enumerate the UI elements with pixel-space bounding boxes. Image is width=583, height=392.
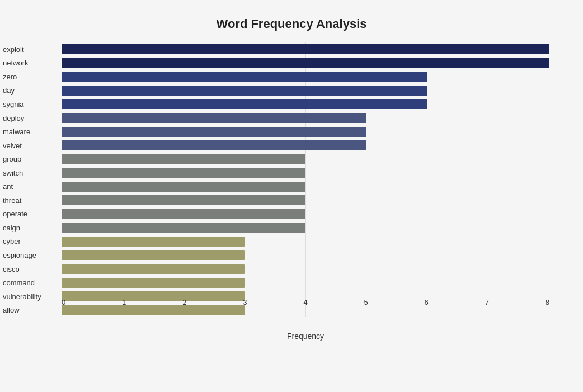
bar-row (62, 57, 549, 69)
x-tick: 1 (122, 298, 126, 306)
chart-container: Word Frequency Analysis exploitnetworkze… (0, 0, 583, 392)
x-tick: 5 (364, 298, 368, 306)
bar-row (62, 221, 549, 234)
x-tick: 0 (62, 298, 65, 306)
x-tick: 8 (546, 298, 549, 306)
bars-and-grid: 012345678 Frequency (62, 42, 549, 317)
bar-row (62, 235, 549, 248)
chart-title: Word Frequency Analysis (34, 17, 549, 31)
bar (62, 237, 245, 247)
bar (62, 140, 366, 150)
bar (62, 58, 549, 68)
x-tick: 3 (243, 298, 247, 306)
bar (62, 182, 305, 192)
bar (62, 154, 305, 164)
bar-row (62, 126, 549, 138)
bar-row (62, 139, 549, 152)
x-axis: 012345678 (62, 295, 549, 317)
x-tick: 6 (425, 298, 429, 306)
bar (62, 113, 366, 123)
bar-row (62, 181, 549, 193)
bar-row (62, 167, 549, 179)
bar (62, 195, 305, 205)
x-tick: 2 (182, 298, 186, 306)
bar (62, 223, 305, 233)
bar-row (62, 194, 549, 206)
bar (62, 127, 366, 137)
bar (62, 86, 427, 96)
bar (62, 72, 427, 82)
bar-row (62, 98, 549, 110)
bar (62, 278, 245, 288)
bar (62, 264, 245, 274)
bar (62, 250, 245, 260)
x-tick: 4 (303, 298, 307, 306)
bars-wrapper (62, 42, 549, 317)
bar-row (62, 43, 549, 55)
bar-row (62, 153, 549, 166)
bar-row (62, 112, 549, 124)
bar (62, 44, 549, 54)
bar (62, 209, 305, 219)
bar-row (62, 208, 549, 220)
x-axis-label: Frequency (62, 332, 549, 341)
bar-row (62, 84, 549, 97)
bar (62, 99, 427, 109)
bar-row (62, 249, 549, 261)
bar-row (62, 277, 549, 289)
chart-area: exploitnetworkzerodaysygniadeploymalware… (62, 42, 549, 339)
x-tick: 7 (485, 298, 489, 306)
bar (62, 168, 305, 178)
bar-row (62, 70, 549, 83)
bar-row (62, 263, 549, 275)
